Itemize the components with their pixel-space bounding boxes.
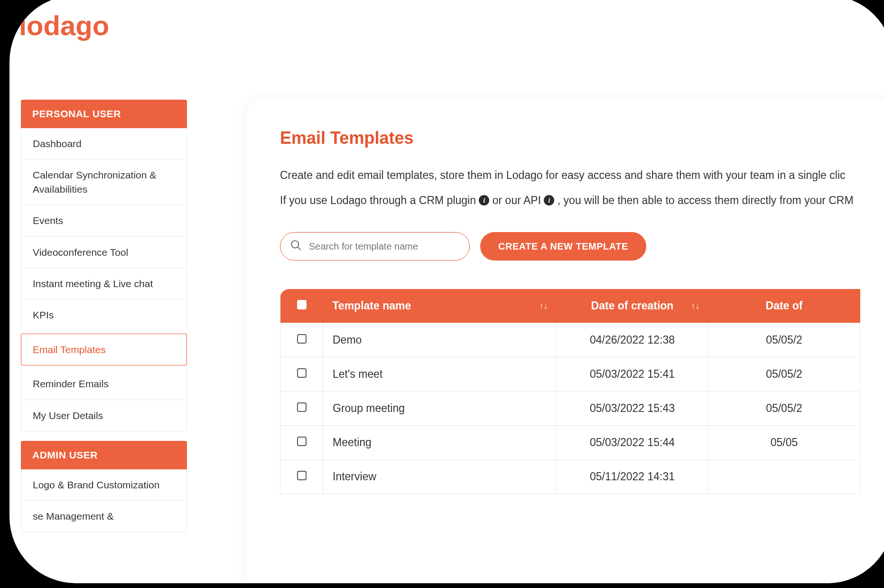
create-template-button[interactable]: CREATE A NEW TEMPLATE xyxy=(480,232,646,261)
sidebar-item-instant-meeting[interactable]: Instant meeting & Live chat xyxy=(21,268,187,299)
checkbox-icon[interactable] xyxy=(297,300,307,309)
updated-cell: 05/05/2 xyxy=(708,392,860,426)
info-icon[interactable]: i xyxy=(479,195,489,205)
page-title: Email Templates xyxy=(280,128,860,148)
template-name-cell[interactable]: Interview xyxy=(323,460,557,494)
brand-logo: lodago xyxy=(19,9,109,41)
main-panel: Email Templates Create and edit email te… xyxy=(247,100,884,583)
sidebar-section-admin: ADMIN USER xyxy=(21,441,187,469)
sidebar-item-email-templates[interactable]: Email Templates xyxy=(21,334,187,365)
row-checkbox[interactable] xyxy=(297,368,307,378)
row-checkbox[interactable] xyxy=(297,471,307,480)
page-description-2: If you use Lodago through a CRM plugin i… xyxy=(280,192,860,209)
search-box[interactable] xyxy=(280,232,470,261)
row-checkbox[interactable] xyxy=(297,334,307,344)
search-input[interactable] xyxy=(308,241,460,252)
sidebar-item-events[interactable]: Events xyxy=(21,205,187,236)
template-name-cell[interactable]: Demo xyxy=(323,323,557,357)
updated-cell xyxy=(708,460,860,494)
sidebar-item-management-truncated[interactable]: se Management & xyxy=(21,501,187,532)
table-row: Let's meet 05/03/2022 15:41 05/05/2 xyxy=(280,357,860,392)
sidebar: PERSONAL USER Dashboard Calendar Synchro… xyxy=(21,100,187,532)
updated-cell: 05/05/2 xyxy=(708,357,860,392)
sidebar-item-calendar-sync[interactable]: Calendar Synchronization & Availabilitie… xyxy=(21,159,187,205)
brand-name: lodago xyxy=(19,10,109,41)
table-header-updated[interactable]: Date of xyxy=(708,289,860,323)
sidebar-item-dashboard[interactable]: Dashboard xyxy=(21,128,187,159)
info-icon[interactable]: i xyxy=(544,195,554,205)
table-row: Meeting 05/03/2022 15:44 05/05 xyxy=(280,426,860,460)
templates-table: Template name ↑↓ Date of creation ↑↓ Dat… xyxy=(280,289,860,494)
desc2-part-a: If you use Lodago through a CRM plugin xyxy=(280,194,479,206)
sidebar-item-logo-brand[interactable]: Logo & Brand Customization xyxy=(21,469,187,501)
sidebar-item-my-user-details[interactable]: My User Details xyxy=(21,400,187,431)
template-name-cell[interactable]: Group meeting xyxy=(323,392,557,426)
row-checkbox[interactable] xyxy=(297,437,307,446)
desc2-part-c: , you will be then able to access them d… xyxy=(558,194,854,206)
sidebar-item-kpis[interactable]: KPIs xyxy=(21,299,187,330)
table-header-created[interactable]: Date of creation ↑↓ xyxy=(557,289,708,323)
svg-point-0 xyxy=(291,241,298,248)
table-row: Group meeting 05/03/2022 15:43 05/05/2 xyxy=(280,392,860,426)
table-header-select-all[interactable] xyxy=(280,289,323,323)
sidebar-item-reminder-emails[interactable]: Reminder Emails xyxy=(21,368,187,400)
created-cell: 05/03/2022 15:43 xyxy=(557,392,708,426)
table-header-name-label: Template name xyxy=(333,299,411,312)
sidebar-section-personal: PERSONAL USER xyxy=(21,100,187,128)
table-row: Interview 05/11/2022 14:31 xyxy=(280,460,860,494)
updated-cell: 05/05/2 xyxy=(708,323,860,357)
template-name-cell[interactable]: Meeting xyxy=(323,426,557,460)
sort-icon: ↑↓ xyxy=(540,301,548,311)
page-description-1: Create and edit email templates, store t… xyxy=(280,167,860,184)
template-name-cell[interactable]: Let's meet xyxy=(323,357,557,392)
table-row: Demo 04/26/2022 12:38 05/05/2 xyxy=(280,323,860,357)
table-header-name[interactable]: Template name ↑↓ xyxy=(323,289,557,323)
updated-cell: 05/05 xyxy=(708,426,860,460)
table-header-row: Template name ↑↓ Date of creation ↑↓ Dat… xyxy=(280,289,860,323)
created-cell: 05/11/2022 14:31 xyxy=(557,460,708,494)
created-cell: 04/26/2022 12:38 xyxy=(557,323,708,357)
sidebar-item-videoconference[interactable]: Videoconference Tool xyxy=(21,237,187,268)
created-cell: 05/03/2022 15:44 xyxy=(557,426,708,460)
created-cell: 05/03/2022 15:41 xyxy=(557,357,708,392)
svg-line-1 xyxy=(298,247,301,250)
app-frame: lodago PERSONAL USER Dashboard Calendar … xyxy=(9,0,884,583)
row-checkbox[interactable] xyxy=(297,402,307,412)
search-icon xyxy=(290,239,302,253)
table-header-updated-label: Date of xyxy=(766,299,803,312)
table-header-created-label: Date of creation xyxy=(591,299,674,312)
sort-icon: ↑↓ xyxy=(691,301,700,311)
controls-row: CREATE A NEW TEMPLATE xyxy=(280,232,860,261)
desc2-part-b: or our API xyxy=(493,194,544,206)
